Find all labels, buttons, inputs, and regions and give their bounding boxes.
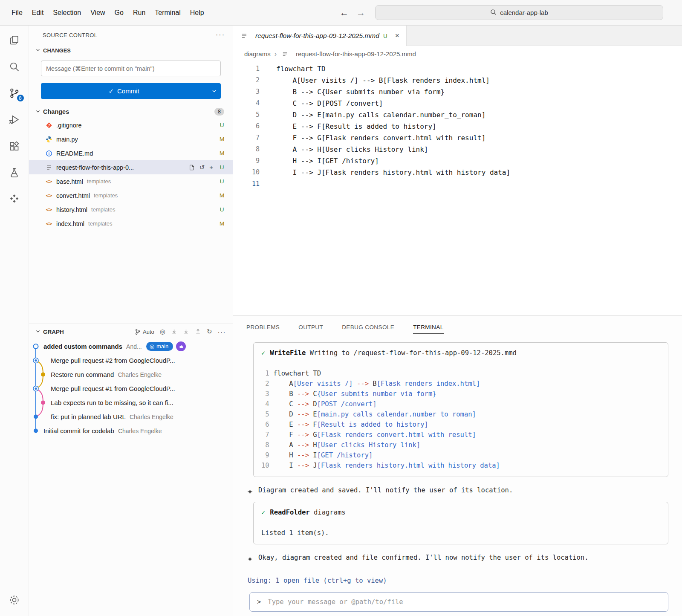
graph-section-header[interactable]: GRAPH Auto ◎ ↻ ···: [29, 324, 233, 339]
tool-call-writefile: ✓ WriteFile Writing to /request-flow-for…: [253, 342, 668, 477]
tool-call-readfolder: ✓ ReadFolder diagrams Listed 1 item(s).: [253, 502, 668, 544]
line-content: I --> J[Flask renders history.html with …: [260, 167, 510, 178]
menu-run[interactable]: Run: [128, 6, 150, 19]
command-center-search[interactable]: calendar-app-lab: [375, 5, 663, 20]
editor-line: 7 F --> G[Flask renders convert.html wit…: [233, 132, 682, 144]
scm-file-row[interactable]: <>history.htmltemplatesU: [29, 202, 233, 217]
refresh-icon[interactable]: ↻: [207, 328, 212, 335]
prompt-char: >: [257, 597, 261, 607]
chevron-down-icon: [35, 328, 41, 335]
git-status-badge: U: [219, 164, 225, 171]
commit-author: And...: [126, 343, 142, 350]
git-file-icon: [45, 122, 53, 129]
commit-row[interactable]: Lab expects run to be missing, so it can…: [29, 396, 233, 410]
branch-badge[interactable]: ◎main: [146, 342, 173, 351]
search-view-icon[interactable]: [4, 56, 25, 77]
breadcrumb-folder[interactable]: diagrams: [244, 50, 271, 58]
scm-file-row[interactable]: <>base.htmltemplatesU: [29, 174, 233, 188]
gemini-diamonds-icon[interactable]: [4, 188, 25, 209]
scm-file-list: .gitignoreUmain.pyMREADME.mdMrequest-flo…: [29, 118, 233, 231]
testing-beaker-icon[interactable]: [4, 162, 25, 182]
commit-row[interactable]: Initial commit for codelabCharles Engelk…: [29, 424, 233, 438]
commit-message: Restore run command: [51, 371, 114, 378]
menu-view[interactable]: View: [86, 6, 110, 19]
commit-message: added custom commands: [43, 343, 122, 350]
cloud-icon[interactable]: [176, 341, 186, 351]
discard-changes-icon[interactable]: ↺: [199, 164, 205, 171]
settings-gear-icon[interactable]: [4, 590, 25, 610]
scm-file-row[interactable]: .gitignoreU: [29, 118, 233, 132]
scm-count-badge: 8: [16, 94, 25, 102]
editor-line: 5 D --> E[main.py calls calendar.number_…: [233, 109, 682, 121]
panel-tab-problems[interactable]: PROBLEMS: [246, 324, 280, 334]
repo-auto-picker[interactable]: Auto: [135, 329, 154, 335]
fetch-icon[interactable]: [171, 329, 177, 335]
graph-more-icon[interactable]: ···: [218, 328, 226, 335]
scm-file-row[interactable]: README.mdM: [29, 146, 233, 160]
menu-go[interactable]: Go: [110, 6, 128, 19]
file-name: convert.html: [56, 192, 90, 199]
commit-row[interactable]: fix: put in planned lab URLCharles Engel…: [29, 410, 233, 424]
breadcrumb-file[interactable]: request-flow-for-this-app-09-12-2025.mmd: [296, 50, 416, 58]
changes-section-header[interactable]: CHANGES: [29, 44, 233, 56]
file-folder: templates: [91, 206, 115, 213]
info-file-icon: [45, 150, 53, 157]
editor-line: 6 E --> F[Result is added to history]: [233, 121, 682, 132]
html-file-icon: <>: [45, 178, 53, 185]
sidebar-more-icon[interactable]: ···: [216, 31, 225, 39]
close-icon[interactable]: ×: [395, 32, 399, 40]
commit-row[interactable]: Restore run commandCharles Engelke: [29, 367, 233, 382]
git-status-badge: M: [219, 150, 225, 156]
panel-tab-output[interactable]: OUTPUT: [298, 324, 323, 334]
scm-file-row[interactable]: <>convert.htmltemplatesM: [29, 188, 233, 202]
html-file-icon: <>: [45, 192, 53, 199]
editor-line: 3 B --> C{User submits number via form}: [233, 86, 682, 98]
commit-author: Charles Engelke: [130, 414, 173, 420]
editor-line: 8 A --> H[User clicks History link]: [233, 144, 682, 155]
terminal-view[interactable]: ✓ WriteFile Writing to /request-flow-for…: [233, 338, 682, 616]
scm-file-row[interactable]: request-flow-for-this-app-0...↺+U: [29, 160, 233, 174]
commit-button[interactable]: ✓ Commit: [41, 83, 221, 99]
nav-forward-icon[interactable]: →: [356, 8, 365, 18]
line-number: 3: [233, 86, 260, 98]
code-editor[interactable]: 1flowchart TD2 A[User visits /] --> B[Fl…: [233, 62, 682, 315]
menu-file[interactable]: File: [7, 6, 27, 19]
file-folder: templates: [88, 220, 112, 227]
breadcrumb-separator: ›: [275, 50, 277, 58]
source-control-icon[interactable]: 8: [4, 83, 25, 103]
commit-message-input[interactable]: [41, 61, 221, 76]
file-file-icon: [45, 164, 53, 171]
stage-changes-icon[interactable]: +: [209, 164, 213, 171]
panel-tab-terminal[interactable]: TERMINAL: [413, 324, 443, 334]
commit-row[interactable]: added custom commandsAnd...◎main: [29, 339, 233, 353]
changes-tree-header[interactable]: Changes 8: [29, 105, 233, 118]
menu-help[interactable]: Help: [185, 6, 209, 19]
target-icon[interactable]: ◎: [160, 328, 165, 335]
extensions-icon[interactable]: [4, 136, 25, 156]
commit-message: Merge pull request #1 from GoogleCloudP.…: [51, 385, 175, 392]
explorer-icon[interactable]: [4, 30, 25, 50]
pull-icon[interactable]: [183, 329, 189, 335]
editor-tab[interactable]: request-flow-for-this-app-09-12-2025.mmd…: [233, 26, 407, 46]
commit-row[interactable]: Merge pull request #2 from GoogleCloudP.…: [29, 353, 233, 367]
run-debug-icon[interactable]: [4, 109, 25, 130]
commit-dropdown-button[interactable]: [207, 83, 221, 99]
line-content: D --> E[main.py calls calendar.number_to…: [260, 109, 485, 121]
nav-back-icon[interactable]: ←: [340, 8, 349, 18]
line-number: 11: [233, 178, 260, 190]
menu-terminal[interactable]: Terminal: [150, 6, 185, 19]
scm-file-row[interactable]: main.pyM: [29, 132, 233, 146]
terminal-code-line: 10 I --> J[Flask renders history.html wi…: [261, 460, 660, 471]
panel-tab-debug-console[interactable]: DEBUG CONSOLE: [342, 324, 394, 334]
file-name: base.html: [56, 178, 83, 185]
menu-selection[interactable]: Selection: [48, 6, 86, 19]
gemini-cli-input[interactable]: > Type your message or @path/to/file: [249, 592, 668, 612]
vscode-window: FileEditSelectionViewGoRunTerminalHelp ←…: [0, 0, 682, 616]
menu-edit[interactable]: Edit: [27, 6, 49, 19]
scm-file-row[interactable]: <>index.htmltemplatesM: [29, 217, 233, 231]
terminal-code-line: 5 D --> E[main.py calls calendar.number_…: [261, 409, 660, 419]
commit-row[interactable]: Merge pull request #1 from GoogleCloudP.…: [29, 382, 233, 396]
open-file-icon[interactable]: [189, 165, 195, 171]
push-icon[interactable]: [195, 329, 201, 335]
titlebar-right: ← → calendar-app-lab: [336, 5, 675, 20]
